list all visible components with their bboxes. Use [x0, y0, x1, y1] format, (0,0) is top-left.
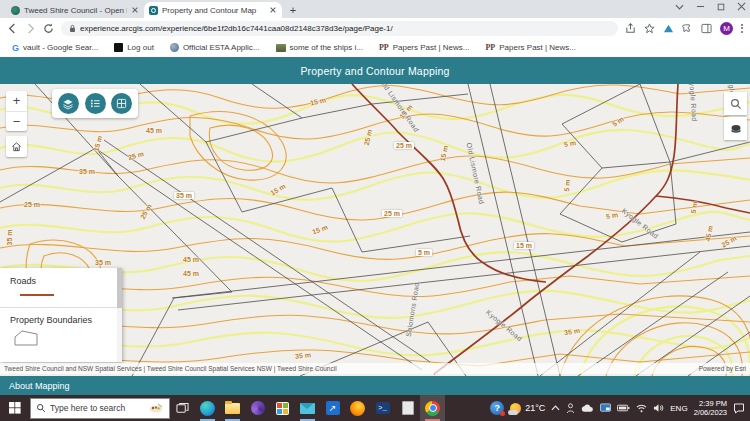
get-help-icon[interactable]: ? [490, 401, 504, 415]
taskbar-file-explorer[interactable] [220, 395, 245, 421]
legend-button[interactable] [85, 93, 106, 114]
papers-past-favicon: PP [485, 43, 495, 52]
url-text: experience.arcgis.com/experience/6be1f2d… [80, 24, 393, 33]
home-icon [11, 141, 22, 152]
map-search-button[interactable] [724, 92, 747, 115]
display-settings-icon[interactable] [600, 403, 611, 413]
search-highlight-bowl-icon[interactable] [148, 402, 164, 414]
bookmark-item[interactable]: Official ESTA Applic... [170, 43, 260, 52]
language-indicator[interactable]: ENG [670, 404, 687, 413]
taskbar-chrome[interactable] [420, 395, 445, 421]
basemap-toggle-button[interactable] [724, 117, 747, 140]
basemap-layers-icon [730, 123, 742, 135]
basemap-icon [116, 98, 127, 109]
taskbar-photos[interactable]: ↗ [320, 395, 345, 421]
notepad-icon [402, 401, 414, 415]
profile-avatar[interactable]: M [720, 22, 733, 35]
taskbar-store[interactable] [270, 395, 295, 421]
menu-kebab-icon[interactable] [741, 24, 743, 33]
basemap-gallery-button[interactable] [111, 93, 132, 114]
side-panel-icon[interactable] [701, 23, 712, 34]
share-icon[interactable] [625, 23, 636, 34]
zoom-in-button[interactable]: + [6, 91, 27, 111]
edge-icon [200, 401, 215, 416]
powered-by-esri: Powered by Esri [699, 365, 746, 372]
tab-search-chevron-icon[interactable] [675, 4, 684, 10]
search-icon [730, 98, 742, 110]
bookmark-item[interactable]: Log out [114, 43, 154, 52]
close-window-icon[interactable] [737, 2, 746, 11]
google-favicon: G [12, 43, 19, 53]
minimize-icon[interactable] [696, 2, 705, 11]
bookmark-item[interactable]: Gvault - Google Sear... [12, 43, 98, 53]
reload-icon[interactable] [43, 23, 54, 34]
bookmarks-bar: Gvault - Google Sear... Log out Official… [0, 38, 750, 57]
taskbar-clock[interactable]: 2:39 PM 2/06/2023 [694, 399, 727, 418]
firefox-icon [350, 401, 365, 416]
search-placeholder: Type here to search [50, 403, 144, 413]
bookmark-star-icon[interactable] [644, 23, 655, 34]
tab-tweed-shire[interactable]: Tweed Shire Council - Open Dat... [6, 2, 144, 18]
weather-widget[interactable]: 21°C [510, 403, 545, 414]
address-bar[interactable]: experience.arcgis.com/experience/6be1f2d… [61, 21, 618, 36]
taskbar-search-input[interactable]: Type here to search [30, 398, 170, 419]
wifi-icon[interactable] [636, 404, 647, 413]
legend-scrollbar[interactable] [117, 268, 122, 362]
map-attribution: Tweed Shire Council and NSW Spatial Serv… [0, 363, 750, 374]
extension-badge-icon[interactable] [663, 23, 674, 34]
bookmark-item[interactable]: some of the ships i... [276, 43, 363, 52]
papers-past-favicon: PP [379, 43, 389, 52]
time: 2:39 PM [699, 399, 727, 408]
extensions-puzzle-icon[interactable] [682, 23, 693, 34]
tab-property-contour[interactable]: Property and Contour Map [144, 2, 282, 18]
map-container[interactable]: 15 m15 m25 m25 m15 m45 m25 m35 m15 m25 m… [0, 84, 750, 376]
forward-icon[interactable] [25, 23, 36, 34]
taskbar-edge[interactable] [195, 395, 220, 421]
date: 2/06/2023 [694, 408, 727, 417]
taskbar-notepad[interactable] [395, 395, 420, 421]
close-tab-icon[interactable] [131, 6, 139, 14]
about-mapping-bar: About Mapping [0, 376, 750, 395]
zoom-out-button[interactable]: − [6, 111, 27, 131]
photos-icon: ↗ [326, 401, 340, 415]
taskbar-firefox[interactable] [345, 395, 370, 421]
task-view-button[interactable] [170, 395, 195, 421]
search-icon [36, 403, 46, 413]
layers-button[interactable] [58, 93, 79, 114]
mail-icon [300, 403, 315, 414]
bookmark-item[interactable]: PPPapers Past | News... [485, 43, 576, 52]
taskbar-powershell[interactable]: >_ [370, 395, 395, 421]
tray-app-icon[interactable] [566, 403, 575, 414]
bookmark-item[interactable]: PPPapers Past | News... [379, 43, 470, 52]
roads-swatch [20, 294, 54, 296]
attribution-sources: Tweed Shire Council and NSW Spatial Serv… [4, 365, 337, 372]
battery-icon[interactable] [617, 404, 630, 412]
property-boundary-swatch [13, 329, 39, 347]
maximize-icon[interactable] [717, 3, 725, 11]
new-tab-button[interactable]: + [286, 3, 300, 17]
taskbar-movies-tv[interactable] [245, 395, 270, 421]
movies-tv-icon [251, 401, 265, 415]
page-title: Property and Contour Mapping [0, 57, 750, 84]
start-button[interactable] [0, 395, 30, 421]
default-extent-button[interactable] [6, 136, 27, 157]
show-hidden-icons-chevron[interactable] [551, 405, 560, 411]
tweed-council-favicon [11, 6, 20, 15]
back-icon[interactable] [7, 23, 18, 34]
ship-favicon [276, 44, 286, 52]
chrome-icon [425, 401, 440, 416]
tab-title: Tweed Shire Council - Open Dat... [24, 6, 127, 15]
powershell-icon: >_ [376, 402, 390, 414]
secure-lock-icon[interactable] [69, 24, 76, 33]
tab-title: Property and Contour Map [162, 6, 265, 15]
about-mapping-link[interactable]: About Mapping [9, 381, 70, 391]
system-tray: ? 21°C ENG 2:39 PM 2/06/2023 [490, 399, 750, 418]
action-center-icon[interactable] [733, 402, 745, 414]
legend-list-icon [90, 98, 101, 109]
close-tab-icon[interactable] [269, 6, 277, 14]
onedrive-cloud-icon[interactable] [581, 404, 594, 413]
arcgis-favicon [149, 6, 158, 15]
taskbar-mail[interactable] [295, 395, 320, 421]
volume-icon[interactable] [653, 403, 664, 413]
zoom-control: + − [6, 91, 27, 131]
